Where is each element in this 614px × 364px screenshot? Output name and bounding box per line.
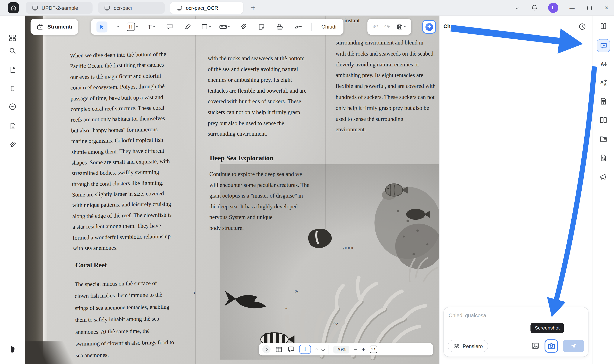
attachments-panel-button[interactable] [8, 140, 17, 149]
new-tab-button[interactable]: + [249, 2, 258, 14]
chat-history-button[interactable] [578, 23, 587, 31]
page-comment-button[interactable] [287, 345, 295, 353]
signature-tool-button[interactable] [293, 21, 303, 32]
measure-tool-button[interactable] [219, 21, 230, 32]
doc-text-line: passage of time, bave built up a vast an… [70, 92, 170, 104]
history-toolbar: ↶ ↷ [367, 19, 411, 35]
maximize-button[interactable] [586, 4, 593, 11]
translate-button[interactable]: A [599, 60, 608, 68]
export-button[interactable] [599, 134, 608, 143]
tab-strip: UPDF-2-sample ocr-paci ocr-paci_OCR + [26, 2, 258, 14]
thumbnail-view-button[interactable] [275, 345, 283, 353]
document-search-button[interactable] [599, 154, 608, 162]
doc-text-line: sea anemones. [76, 348, 174, 362]
tools-menu-button[interactable]: Strumenti [30, 19, 78, 35]
ai-chat-icon [599, 42, 608, 50]
zoom-out-button[interactable]: − [354, 346, 357, 352]
tab-updf-2-sample[interactable]: UPDF-2-sample [26, 2, 93, 14]
doc-column-3: surrounding environment and blend inwith… [335, 38, 435, 135]
text-tool-button[interactable]: T [146, 21, 156, 32]
bookmark-icon [9, 85, 16, 92]
doc-text-line: giant octopus is a "master of disguise" … [209, 191, 309, 201]
previous-page-button[interactable] [315, 348, 318, 351]
summarize-button[interactable] [599, 97, 608, 105]
page-number-input[interactable] [299, 345, 311, 354]
actual-size-button[interactable]: 1:1 [370, 346, 377, 353]
close-button[interactable]: ✕ [603, 4, 610, 11]
tabs-dropdown-button[interactable] [514, 4, 521, 11]
apps-grid-button[interactable] [8, 33, 17, 43]
expand-panel-button[interactable] [262, 345, 271, 353]
doc-text-line: prey but also be used to sense thè [208, 118, 307, 129]
ai-chat-panel-button[interactable] [597, 39, 610, 52]
thinking-atom-icon [453, 343, 460, 349]
zoom-in-button[interactable]: + [362, 346, 365, 352]
search-button[interactable] [8, 46, 17, 56]
chevron-down-icon [136, 25, 139, 27]
paperclip-icon [9, 141, 16, 149]
save-button[interactable] [396, 23, 406, 30]
doc-text-line: coiai reef ecosystem. Polyps, through th… [70, 81, 170, 93]
doc-text-line: flexible and powerful, and are covered w… [335, 81, 435, 92]
doc-text-line: environment. [335, 125, 435, 135]
ai-tools-sidebar: A Aa [592, 15, 614, 364]
presentation-button[interactable] [599, 172, 608, 181]
tab-ocr-paci-ocr-active[interactable]: ocr-paci_OCR [170, 2, 243, 14]
doc-sparkle-icon [600, 97, 607, 105]
shape-tool-button[interactable] [201, 21, 211, 32]
screenshot-button[interactable] [545, 339, 558, 352]
split-view-button[interactable] [599, 116, 608, 124]
select-tool-button[interactable] [96, 21, 107, 32]
heading-recognition-tool-button[interactable]: H [127, 21, 138, 32]
send-button[interactable] [563, 340, 584, 352]
add-image-button[interactable] [531, 342, 540, 350]
notifications-button[interactable] [531, 4, 538, 11]
sticker-tool-button[interactable] [256, 21, 267, 32]
thumbnails-panel-button[interactable] [8, 65, 17, 74]
reader-mode-button[interactable] [599, 22, 608, 30]
home-button[interactable] [8, 2, 19, 13]
page-organize-button[interactable] [8, 121, 17, 130]
table-icon [275, 346, 282, 353]
save-icon [396, 23, 403, 30]
ruler-icon [219, 23, 227, 31]
doc-magnifier-icon [600, 154, 607, 162]
signature-icon [294, 23, 302, 31]
doc-text-line: with thè rocks and seaweeds on thè seabe… [335, 48, 435, 59]
doc-text-line: ambushing prey. Its eight tentacles are [335, 70, 435, 81]
doc-text-line: surrounding environment and blend in [335, 38, 435, 48]
ocr-artifact: y 00000. [343, 246, 353, 250]
close-toolbar-button[interactable]: Chiudi [320, 24, 338, 30]
folder-arrow-icon [600, 135, 607, 143]
account-avatar[interactable]: L [548, 3, 558, 13]
comment-tool-button[interactable] [164, 21, 175, 32]
chat-message-input[interactable] [448, 310, 584, 320]
doc-text-line: complex coral reef structure. These cora… [70, 102, 170, 115]
thinking-mode-label: Pensiero [463, 343, 483, 349]
redo-button[interactable]: ↷ [384, 23, 390, 30]
minimize-button[interactable]: — [569, 4, 576, 11]
doc-text-line: shapes. Some are small and exquisite, wi… [71, 156, 171, 168]
tab-ocr-paci[interactable]: ocr-paci [98, 2, 165, 14]
updf-logo [8, 344, 17, 354]
rewrite-button[interactable]: Aa [599, 78, 608, 87]
page-navigation-bar: 26% − + 1:1 [259, 343, 433, 355]
attachment-tool-button[interactable] [238, 21, 249, 32]
highlighter-tool-button[interactable] [183, 21, 193, 32]
zoom-level-button[interactable]: 26% [333, 345, 349, 353]
comments-panel-button[interactable] [8, 102, 17, 111]
select-tool-dropdown[interactable] [116, 25, 119, 27]
undo-button[interactable]: ↶ [372, 23, 378, 30]
toolbar-divider [311, 23, 312, 31]
marker-icon [184, 23, 192, 30]
chevron-down-icon [228, 25, 231, 27]
document-viewer[interactable]: When we dive deep into thè bottom of thè… [25, 15, 439, 364]
stamp-tool-button[interactable] [275, 21, 285, 32]
ai-assistant-button[interactable] [422, 20, 436, 34]
page-icon [9, 66, 16, 73]
megaphone-icon [599, 173, 608, 181]
bookmarks-panel-button[interactable] [8, 84, 17, 93]
doc-heading-deep-sea: Deep Sea Exploration [210, 154, 274, 162]
next-page-button[interactable] [321, 348, 325, 351]
thinking-mode-button[interactable]: Pensiero [448, 340, 488, 352]
